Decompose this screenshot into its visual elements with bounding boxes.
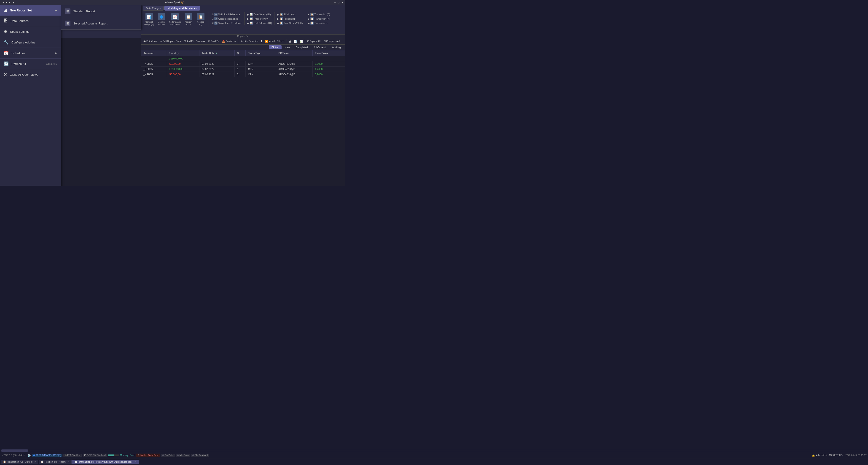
trial-balance-h1-icon: 📊: [250, 22, 253, 25]
transaction-h-btn[interactable]: ▶ 📋 Transaction (H): [307, 17, 331, 21]
mercury-process-label: MercuryProcess: [158, 21, 165, 26]
modeling-rebalance-tab[interactable]: Modeling and Rebalance: [164, 6, 200, 10]
trial-balance-h1-btn[interactable]: ▶ 📊 Trial Balance (H1): [246, 21, 273, 25]
menu-item-spark-settings[interactable]: ⚙ Spark Settings: [0, 26, 61, 37]
sub-menu-item-standard-report[interactable]: ⊞ Standard Report: [61, 5, 141, 18]
export-pdf-btn[interactable]: 📊: [299, 39, 304, 43]
table-row[interactable]: _KEH35 -50.000,00 07.02.2022 0 CPN ARO34…: [141, 61, 345, 67]
ribbon-icons-row: 📊 GeneralLedger (H) 🔷 MercuryProcess 📈 P…: [141, 11, 345, 34]
multi-fund-rebalance-btn[interactable]: ☑ ⊞ Multi Fund Rebalance: [211, 12, 243, 17]
multi-fund-rebalance-icon: ⊞: [214, 13, 218, 16]
trial-balance-h1-arrow: ▶: [247, 22, 249, 25]
spark-settings-icon: ⚙: [4, 29, 7, 34]
col-account[interactable]: Account: [141, 50, 166, 56]
completed-tab[interactable]: Completed: [293, 45, 311, 50]
transactions-arrow: ▶: [308, 22, 310, 25]
menu-item-schedules[interactable]: 📅 Schedules ▶: [0, 48, 61, 59]
position-c-btn[interactable]: 📋 Position(C): [195, 12, 207, 27]
include-filtered-btn[interactable]: 🔽 Include Filtered: [264, 39, 285, 43]
ribbon-small-group-2: ▶ 📊 Time Series (H1) ▶ 📊 Trade Preview ▶…: [245, 12, 275, 25]
single-fund-rebalance-icon: ⊞: [214, 22, 218, 25]
publish-to-icon: 📤: [222, 40, 225, 43]
quick-access-icon1[interactable]: ◂: [5, 1, 8, 4]
time-series-h1-btn[interactable]: ▶ 📊 Time Series (H1): [246, 12, 273, 17]
export-xlsx-btn[interactable]: 📄: [293, 39, 298, 43]
expand-all-btn[interactable]: ⊞ Expand All: [306, 39, 322, 43]
info-icon: ℹ: [261, 40, 262, 43]
sub-menu-item-selected-accounts-report[interactable]: ⊞ Selected Accounts Report: [61, 18, 141, 30]
schedules-arrow: ▶: [55, 52, 57, 55]
publish-to-btn[interactable]: 📤 Publish to: [221, 39, 237, 43]
selected-accounts-report-label: Selected Accounts Report: [73, 22, 107, 25]
send-to-btn[interactable]: ✉ Send To: [207, 39, 220, 43]
transaction-c-btn[interactable]: ▶ 📋 Transaction (C): [307, 12, 331, 17]
all-current-tab[interactable]: All Current: [311, 45, 329, 50]
time-series-h1-icon: 📊: [250, 13, 253, 16]
menu-item-data-sources[interactable]: 🗄 Data Sources: [0, 16, 61, 26]
edit-views-btn[interactable]: 👁 Edit Views: [142, 39, 158, 43]
selected-accounts-report-icon: ⊞: [65, 21, 70, 26]
performance-attribution-btn[interactable]: 📈 PerformanceAttribution: [168, 12, 182, 27]
menu-item-refresh-all[interactable]: 🔄 Refresh All CTRL+F5: [0, 59, 61, 69]
col-trans-type[interactable]: Trans Type: [246, 50, 276, 56]
account-rebalance-checkbox: ☑: [212, 18, 214, 20]
multi-fund-rebalance-checkbox: ☑: [212, 13, 214, 16]
single-fund-rebalance-btn[interactable]: ☑ ⊞ Single Fund Rebalance: [211, 21, 243, 25]
configure-add-ins-icon: 🔧: [4, 40, 9, 45]
time-series-h1-label: Time Series (H1): [254, 13, 271, 16]
quick-access-icon2[interactable]: ▸: [9, 1, 11, 4]
col-bbticker[interactable]: BBTicker: [276, 50, 312, 56]
new-report-set-label: New Report Set: [10, 9, 52, 12]
refresh-all-label: Refresh All: [11, 62, 43, 66]
edit-reports-data-btn[interactable]: ✏ Edit Reports Data: [159, 39, 182, 43]
single-fund-rebalance-checkbox: ☑: [212, 22, 214, 25]
app-title: Athena Spark 🦅: [165, 1, 184, 4]
transactions-btn[interactable]: ▶ 📋 Transactions: [307, 21, 331, 25]
window-minimize-btn[interactable]: ─: [334, 1, 336, 4]
position-c-lt-btn[interactable]: 📋 Position(C) LT: [183, 12, 194, 27]
col-exec-broker[interactable]: Exec Broker: [312, 50, 345, 56]
new-report-set-icon: ⊞: [4, 8, 7, 13]
schedules-icon: 📅: [4, 51, 9, 56]
scm-nav-btn[interactable]: ▶ 📋 SCM - NAV: [276, 12, 304, 17]
window-close-btn[interactable]: ✕: [341, 1, 344, 4]
data-sources-label: Data Sources: [10, 19, 57, 23]
mercury-process-btn[interactable]: 🔷 MercuryProcess: [156, 12, 167, 27]
compress-all-btn[interactable]: ⊟ Compress All: [322, 39, 341, 43]
table-row[interactable]: _KEH35 1.250.000,00 07.02.2022 1 CPN ARO…: [141, 67, 345, 72]
edit-reports-data-icon: ✏: [160, 40, 162, 43]
trade-preview-btn[interactable]: ▶ 📊 Trade Preview: [246, 17, 273, 21]
menu-item-close-all-open-views[interactable]: ✖ Close All Open Views: [0, 69, 61, 80]
menu-item-new-report-set[interactable]: ⊞ New Report Set ▶: [0, 5, 61, 16]
transaction-c-label: Transaction (C): [314, 13, 330, 16]
filter-tabs-row: Blotter New Completed All Current Workin…: [141, 44, 345, 50]
date-ranges-tab[interactable]: Date Ranges: [143, 6, 163, 10]
menu-item-configure-add-ins[interactable]: 🔧 Configure Add-Ins: [0, 37, 61, 48]
multi-fund-rebalance-label: Multi Fund Rebalance: [218, 13, 240, 16]
close-all-icon: ✖: [4, 72, 7, 77]
table-row[interactable]: _KEH35 -50.000,00 07.02.2022 0 CPN ARO34…: [141, 72, 345, 77]
add-edit-columns-icon: ⊞: [184, 40, 186, 43]
blotter-tab[interactable]: Blotter: [269, 45, 282, 50]
add-edit-columns-btn[interactable]: ⊞ Add/Edit Columns: [183, 39, 206, 43]
position-h-btn[interactable]: ▶ 📋 Position (H): [276, 17, 304, 21]
app-menu-icon[interactable]: ▼: [2, 1, 5, 4]
new-tab[interactable]: New: [282, 45, 292, 50]
window-resize-btn[interactable]: □: [338, 1, 339, 4]
time-series-2-h1-arrow: ▶: [277, 22, 279, 25]
new-report-set-arrow: ▶: [55, 9, 57, 12]
time-series-2-h1-btn[interactable]: ▶ 📋 Time Series 2 (H1): [276, 21, 304, 25]
col-trade-date[interactable]: Trade Date ▲: [199, 50, 235, 56]
transaction-c-icon: 📋: [310, 13, 314, 16]
general-ledger-btn[interactable]: 📊 GeneralLedger (H): [143, 12, 155, 27]
account-rebalance-btn[interactable]: ☑ ⊞ Account Rebalance: [211, 17, 243, 21]
print-btn[interactable]: 🖨: [288, 39, 292, 43]
expand-all-label: Expand All: [310, 40, 320, 42]
col-s[interactable]: S: [235, 50, 246, 56]
hide-selection-btn[interactable]: 👁 Hide Selection: [239, 39, 259, 43]
quick-access-icon3[interactable]: ▼: [12, 1, 15, 4]
edit-views-icon: 👁: [144, 40, 146, 43]
working-tab[interactable]: Working: [329, 45, 344, 50]
info-btn[interactable]: ℹ: [260, 39, 263, 43]
col-quantity[interactable]: Quantity: [166, 50, 199, 56]
